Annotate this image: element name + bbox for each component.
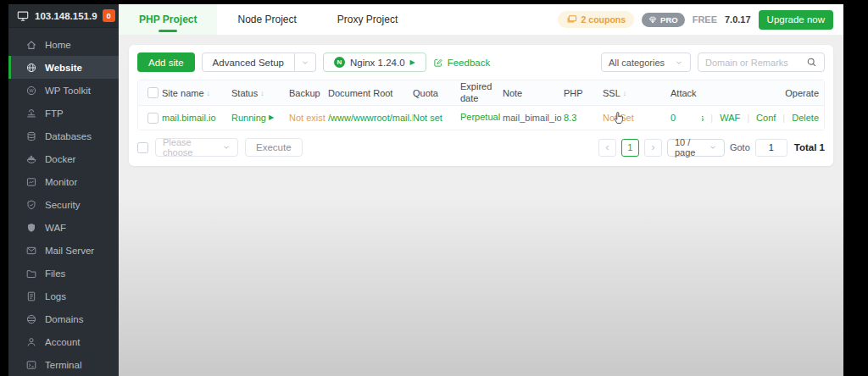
per-page-value: 10 / page [675, 137, 709, 158]
advanced-setup-button[interactable]: Advanced Setup [202, 53, 295, 72]
sidebar-item-account[interactable]: Account [8, 330, 119, 353]
play-icon: ▶ [410, 59, 415, 66]
sidebar-item-wp-toolkit[interactable]: W WP Toolkit [8, 79, 119, 102]
sidebar-item-label: Logs [45, 291, 66, 301]
tab-node-project[interactable]: Node Project [217, 4, 316, 35]
coupons-badge[interactable]: 2 coupons [558, 11, 635, 28]
sidebar-item-terminal[interactable]: Terminal [8, 353, 119, 376]
php-version-link[interactable]: 8.3 [564, 113, 576, 123]
sidebar-item-label: WP Toolkit [45, 86, 91, 96]
server-selector[interactable]: 103.148.151.9 0 [8, 4, 119, 28]
page-number-button[interactable]: 1 [621, 139, 639, 157]
notification-badge[interactable]: 0 [103, 9, 115, 21]
separator: | [782, 113, 785, 123]
column-header-ssl[interactable]: SSL↓ [603, 88, 670, 98]
sidebar-item-logs[interactable]: Logs [8, 285, 119, 307]
category-filter-select[interactable]: All categories [601, 53, 691, 72]
tab-label: Proxy Project [337, 14, 398, 25]
column-label: Document Root [328, 88, 392, 98]
feedback-link[interactable]: Feedback [433, 58, 491, 68]
upgrade-now-button[interactable]: Upgrade now [759, 10, 833, 30]
per-page-select[interactable]: 10 / page [667, 139, 725, 157]
quota-link[interactable]: Not set [413, 113, 442, 123]
svg-text:W: W [29, 88, 34, 93]
card-footer: Please choose Execute ‹ 1 › 10 / page [137, 130, 825, 158]
note-value[interactable]: mail_bimail_io [503, 113, 562, 123]
toolbar: Add site Advanced Setup N Nginx 1.24.0 ▶ [137, 53, 825, 72]
conf-link[interactable]: Conf [756, 113, 776, 123]
monitor-display-icon [16, 10, 30, 22]
expired-date-link[interactable]: Perpetual [460, 112, 500, 123]
add-site-button[interactable]: Add site [137, 53, 195, 72]
row-checkbox[interactable] [147, 113, 159, 124]
column-header-php[interactable]: PHP [564, 88, 603, 98]
globe-icon [25, 62, 37, 74]
search-box [698, 53, 825, 72]
site-name-link[interactable]: mail.bimail.io [162, 113, 216, 123]
tab-label: PHP Project [139, 14, 197, 25]
waf-link[interactable]: WAF [720, 113, 740, 123]
sidebar-item-home[interactable]: Home [8, 33, 119, 56]
search-icon[interactable] [806, 57, 817, 68]
bulk-action-select[interactable]: Please choose [155, 138, 238, 157]
column-header-attack[interactable]: Attack [670, 88, 702, 98]
sidebar-item-label: Website [45, 63, 82, 73]
site-status[interactable]: Running▶ [231, 113, 289, 123]
sidebar-item-ftp[interactable]: FTP [8, 102, 119, 124]
search-input[interactable] [705, 58, 801, 68]
goto-page-input[interactable] [755, 139, 787, 157]
sidebar-item-website[interactable]: Website [8, 56, 119, 79]
sites-table: Site name↓ Status↓ Backup Document Root … [137, 80, 825, 130]
column-header-expired-date[interactable]: Expired date [460, 81, 503, 103]
chevron-down-icon [675, 58, 683, 67]
select-all-checkbox[interactable] [147, 87, 159, 98]
ssl-status-link[interactable]: Not Set [603, 113, 634, 123]
person-icon [25, 336, 37, 348]
tab-php-project[interactable]: PHP Project [119, 4, 217, 35]
next-page-button[interactable]: › [644, 139, 662, 157]
column-header-quota[interactable]: Quota [413, 88, 460, 98]
ftp-icon [25, 108, 37, 119]
domains-globe-icon [25, 313, 37, 325]
coupon-icon [566, 14, 577, 25]
sidebar-item-label: Account [45, 337, 81, 347]
bulk-actions: Please choose Execute [137, 138, 309, 157]
sidebar-item-monitor[interactable]: Monitor [8, 170, 119, 193]
sidebar-item-label: Domains [45, 314, 83, 324]
wordpress-icon: W [25, 85, 37, 97]
advanced-setup-dropdown-button[interactable] [295, 53, 316, 72]
prev-page-button[interactable]: ‹ [598, 139, 616, 157]
mail-icon [25, 245, 37, 257]
column-label: Note [503, 88, 522, 98]
column-header-document-root[interactable]: Document Root [328, 88, 413, 98]
backup-status-link[interactable]: Not exist [289, 113, 326, 123]
execute-button[interactable]: Execute [245, 138, 303, 157]
plan-label: FREE [693, 14, 717, 25]
column-header-status[interactable]: Status↓ [231, 88, 289, 98]
sidebar-item-docker[interactable]: Docker [8, 147, 119, 170]
sidebar-item-label: WAF [45, 223, 66, 233]
column-header-note[interactable]: Note [503, 88, 564, 98]
sidebar-item-waf[interactable]: WAF [8, 216, 119, 239]
footer-select-all-checkbox[interactable] [137, 142, 148, 153]
nginx-version-label: Nginx 1.24.0 [350, 58, 405, 68]
sidebar-item-files[interactable]: Files [8, 262, 119, 285]
column-header-site-name[interactable]: Site name↓ [162, 88, 231, 98]
sidebar-item-mail-server[interactable]: Mail Server [8, 239, 119, 262]
delete-link[interactable]: Delete [792, 113, 819, 123]
sort-descending-icon: ↓ [623, 89, 627, 97]
pro-badge[interactable]: PRO [642, 13, 685, 27]
shield-icon [25, 222, 37, 234]
sidebar-item-label: Mail Server [45, 246, 94, 256]
sidebar-item-security[interactable]: Security [8, 193, 119, 216]
sidebar-item-domains[interactable]: Domains [8, 307, 119, 330]
stats-link[interactable]: Stats [702, 113, 704, 123]
nginx-version-button[interactable]: N Nginx 1.24.0 ▶ [323, 53, 426, 72]
toolbar-left: Add site Advanced Setup N Nginx 1.24.0 ▶ [137, 53, 497, 72]
sidebar-item-databases[interactable]: Databases [8, 124, 119, 147]
document-root-link[interactable]: /www/wwwroot/mail.bi... [328, 113, 413, 123]
chevron-down-icon [222, 143, 231, 152]
separator: | [710, 113, 713, 123]
column-header-backup[interactable]: Backup [289, 88, 328, 98]
tab-proxy-project[interactable]: Proxy Project [317, 4, 418, 35]
